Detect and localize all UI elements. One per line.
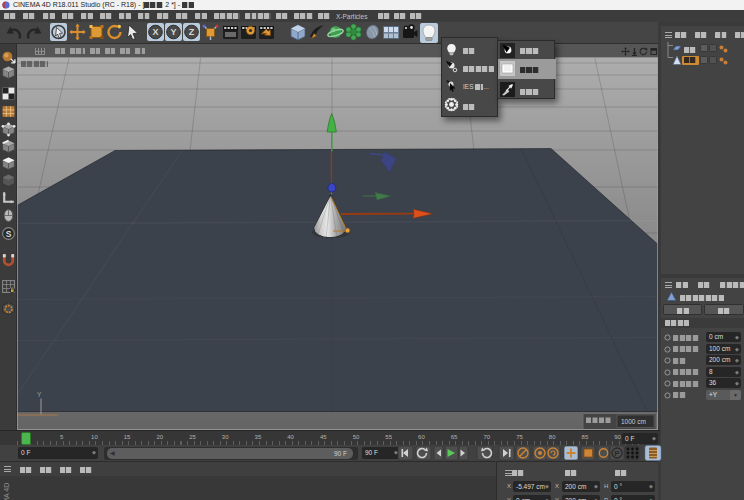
svg-text:1000 cm: 1000 cm	[621, 418, 646, 425]
svg-text:Z: Z	[189, 27, 195, 37]
svg-text:S: S	[6, 229, 12, 239]
svg-text:Y: Y	[170, 27, 176, 37]
svg-text:P: P	[614, 449, 620, 458]
svg-text:X: X	[152, 27, 158, 37]
svg-text:Y: Y	[37, 390, 42, 397]
